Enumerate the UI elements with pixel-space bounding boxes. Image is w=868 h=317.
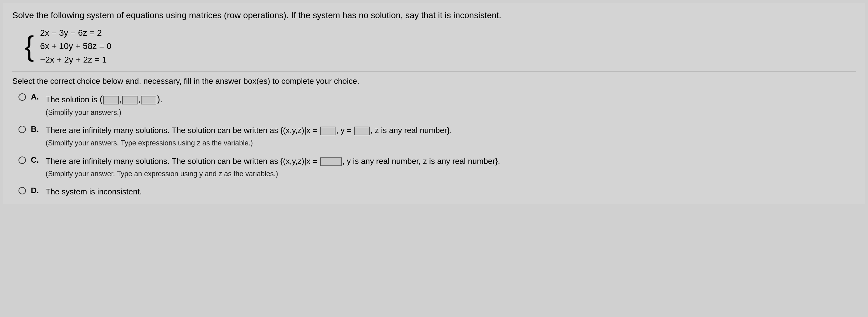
- main-container: Solve the following system of equations …: [3, 3, 865, 204]
- answer-box-a1[interactable]: [103, 96, 119, 104]
- radio-b[interactable]: [19, 126, 26, 133]
- radio-a[interactable]: [19, 93, 26, 101]
- paren-close-a: ): [157, 94, 160, 104]
- equation-2: 6x + 10y + 58z = 0: [40, 40, 111, 52]
- equation-1: 2x − 3y − 6z = 2: [40, 27, 111, 39]
- choices-container: A. The solution is (,,). (Simplify your …: [19, 92, 856, 198]
- answer-box-b2[interactable]: [354, 127, 370, 135]
- problem-statement: Solve the following system of equations …: [12, 9, 856, 21]
- choice-d: D. The system is inconsistent.: [19, 186, 856, 198]
- equation-system: { 2x − 3y − 6z = 2 6x + 10y + 58z = 0 −2…: [25, 27, 856, 66]
- choice-d-content: The system is inconsistent.: [45, 186, 856, 198]
- answer-box-a2[interactable]: [122, 96, 137, 104]
- paren-open-a: (: [100, 94, 103, 104]
- choice-b-note: (Simplify your answers. Type expressions…: [45, 138, 856, 148]
- answer-box-b1[interactable]: [320, 127, 336, 135]
- choice-b-content: There are infinitely many solutions. The…: [45, 125, 856, 148]
- choice-d-label: D.: [31, 186, 39, 195]
- radio-c[interactable]: [19, 156, 26, 164]
- radio-d[interactable]: [19, 187, 26, 195]
- answer-box-c1[interactable]: [320, 157, 342, 166]
- brace-symbol: {: [25, 32, 34, 60]
- answer-box-a3[interactable]: [141, 96, 156, 104]
- choice-c: C. There are infinitely many solutions. …: [19, 155, 856, 179]
- choice-c-note: (Simplify your answer. Type an expressio…: [45, 169, 856, 179]
- choice-b-label: B.: [31, 125, 39, 134]
- choice-a-label: A.: [31, 92, 39, 102]
- choice-a: A. The solution is (,,). (Simplify your …: [19, 92, 856, 118]
- equation-3: −2x + 2y + 2z = 1: [40, 54, 111, 66]
- equations-list: 2x − 3y − 6z = 2 6x + 10y + 58z = 0 −2x …: [40, 27, 111, 66]
- choice-c-content: There are infinitely many solutions. The…: [45, 155, 856, 179]
- choice-c-label: C.: [31, 155, 39, 165]
- choice-a-text: The solution is (,,).: [45, 95, 162, 104]
- choice-b-text: There are infinitely many solutions. The…: [45, 126, 452, 135]
- choice-a-note: (Simplify your answers.): [45, 107, 856, 118]
- choice-d-text: The system is inconsistent.: [45, 187, 142, 196]
- choice-b: B. There are infinitely many solutions. …: [19, 125, 856, 148]
- choice-c-text: There are infinitely many solutions. The…: [45, 156, 500, 166]
- choice-a-content: The solution is (,,). (Simplify your ans…: [45, 92, 856, 118]
- divider: [12, 71, 856, 71]
- select-instruction: Select the correct choice below and, nec…: [12, 76, 856, 86]
